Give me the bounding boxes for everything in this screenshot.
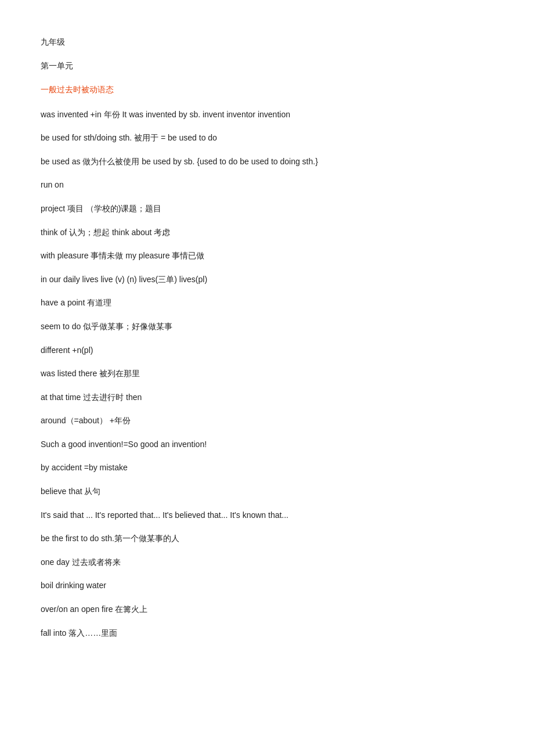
line-item: Such a good invention!=So good an invent… <box>41 437 493 452</box>
line-item: around（=about） +年份 <box>41 413 493 429</box>
line-item: boil drinking water <box>41 578 493 593</box>
grade-title: 九年级 <box>41 35 493 49</box>
line-item: have a point 有道理 <box>41 295 493 311</box>
line-item: was listed there 被列在那里 <box>41 366 493 381</box>
line-item: fall into 落入……里面 <box>41 625 493 641</box>
grammar-title: 一般过去时被动语态 <box>41 82 493 97</box>
line-item: project 项目 （学校的)课题；题目 <box>41 201 493 217</box>
line-item: think of 认为；想起 think about 考虑 <box>41 225 493 240</box>
line-item: run on <box>41 177 493 193</box>
line-item: be the first to do sth.第一个做某事的人 <box>41 531 493 546</box>
line-item: It's said that ... It's reported that...… <box>41 507 493 523</box>
line-item: by accident =by mistake <box>41 460 493 476</box>
line-item: believe that 从句 <box>41 484 493 499</box>
unit-title: 第一单元 <box>41 59 493 73</box>
line-item: different +n(pl) <box>41 343 493 358</box>
line-item: with pleasure 事情未做 my pleasure 事情已做 <box>41 248 493 264</box>
line-item: one day 过去或者将来 <box>41 555 493 570</box>
line-item: over/on an open fire 在篝火上 <box>41 602 493 617</box>
line-item: be used as 做为什么被使用 be used by sb. {used … <box>41 154 493 170</box>
line-item: in our daily lives live (v) (n) lives(三单… <box>41 272 493 287</box>
line-item: at that time 过去进行时 then <box>41 390 493 405</box>
line-item: was invented +in 年份 It was invented by s… <box>41 107 493 123</box>
line-item: seem to do 似乎做某事；好像做某事 <box>41 319 493 334</box>
line-item: be used for sth/doing sth. 被用于 = be used… <box>41 130 493 146</box>
